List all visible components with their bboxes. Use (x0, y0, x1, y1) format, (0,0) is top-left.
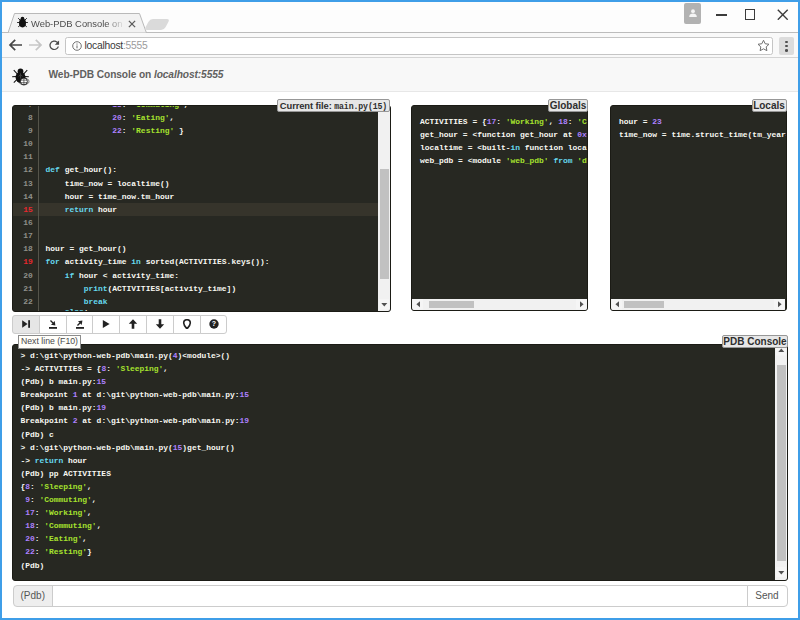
svg-text:?: ? (211, 321, 215, 328)
